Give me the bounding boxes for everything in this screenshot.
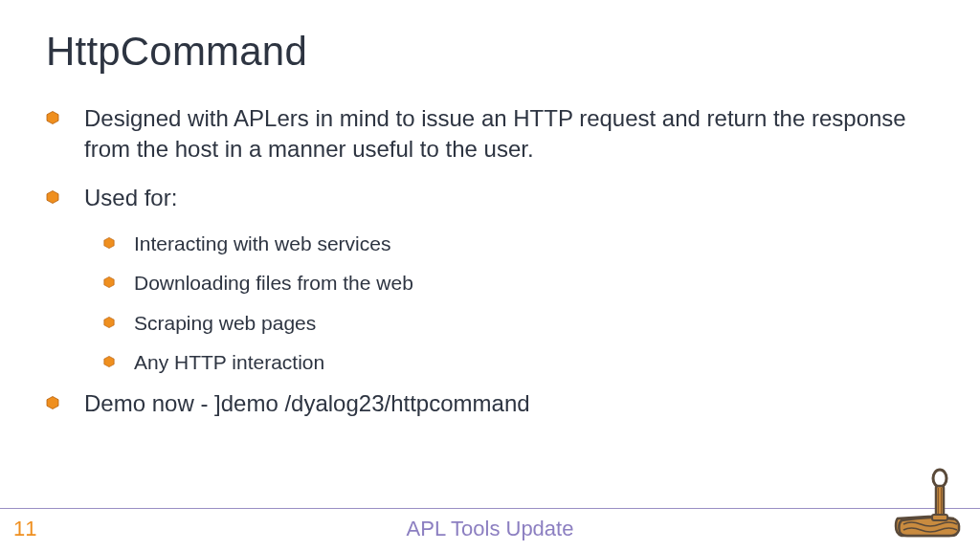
bullet-item: Designed with APLers in mind to issue an… [46,103,934,165]
hexagon-icon [103,317,115,328]
svg-marker-0 [47,112,58,124]
bullet-text: Used for: [84,183,177,213]
sub-bullet-item: Interacting with web services [103,231,934,256]
footer-title: APL Tools Update [0,517,980,541]
sub-bullet-text: Any HTTP interaction [134,349,324,375]
bullet-item: Used for: [46,183,934,213]
sub-bullet-item: Scraping web pages [103,310,934,336]
sub-bullet-item: Downloading files from the web [103,270,934,296]
bullet-text: Demo now - ]demo /dyalog23/httpcommand [84,388,530,419]
sub-bullet-item: Any HTTP interaction [103,349,934,375]
sub-bullet-text: Scraping web pages [134,310,316,336]
svg-marker-6 [47,397,58,409]
hexagon-icon [46,396,59,409]
hexagon-icon [103,276,115,288]
hammer-icon [888,467,963,545]
hexagon-icon [103,356,115,367]
sub-bullet-list: Interacting with web services Downloadin… [103,231,934,375]
svg-marker-3 [104,277,114,288]
sub-bullet-text: Interacting with web services [134,231,390,256]
bullet-text: Designed with APLers in mind to issue an… [84,103,934,165]
slide: HttpCommand Designed with APLers in mind… [0,0,980,551]
hexagon-icon [103,237,115,249]
svg-point-7 [933,470,947,487]
hexagon-icon [46,190,59,204]
svg-rect-8 [936,486,944,518]
svg-marker-1 [47,190,58,203]
sub-bullet-text: Downloading files from the web [134,270,413,296]
bullet-item: Demo now - ]demo /dyalog23/httpcommand [46,388,934,419]
hexagon-icon [46,111,59,124]
svg-marker-2 [104,238,114,249]
svg-marker-4 [104,317,114,327]
slide-body: Designed with APLers in mind to issue an… [46,103,934,437]
footer-divider [0,508,980,509]
svg-rect-11 [932,515,947,520]
svg-marker-5 [104,356,114,366]
slide-title: HttpCommand [46,29,307,75]
